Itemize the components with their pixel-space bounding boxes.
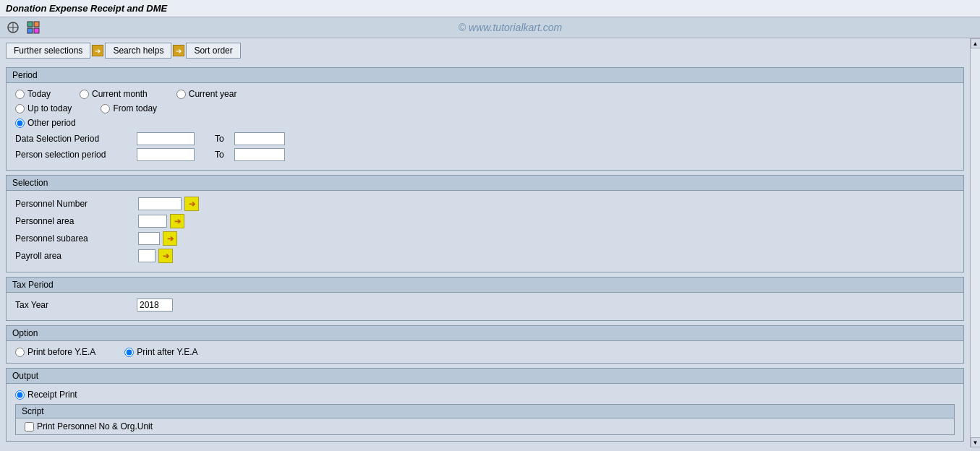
selection-body: Personnel Number ➔ Personnel area ➔ xyxy=(7,191,963,272)
period-radio-group-2: Up to today From today xyxy=(15,103,955,113)
radio-current-year: Current year xyxy=(176,89,237,99)
personnel-number-arrow-btn[interactable]: ➔ xyxy=(184,197,199,211)
radio-other-period: Other period xyxy=(15,118,76,128)
data-selection-to-label: To xyxy=(215,134,224,144)
radio-from-today: From today xyxy=(101,103,157,113)
personnel-area-arrow-icon: ➔ xyxy=(174,217,181,226)
script-header: Script xyxy=(16,405,954,418)
radio-current-year-label: Current year xyxy=(189,89,237,99)
radio-current-year-input[interactable] xyxy=(176,90,186,99)
personnel-number-row: Personnel Number ➔ xyxy=(15,197,955,211)
data-selection-period-from[interactable] xyxy=(137,132,195,145)
payroll-area-arrow-btn[interactable]: ➔ xyxy=(158,249,173,263)
tab-arrow-sort: ➔ xyxy=(173,45,184,56)
print-personnel-no-checkbox[interactable] xyxy=(25,422,34,431)
tax-year-row: Tax Year xyxy=(15,298,955,312)
tab-sort-order-label: Sort order xyxy=(194,46,232,56)
nav-icon[interactable] xyxy=(6,20,20,35)
payroll-area-row: Payroll area ➔ xyxy=(15,249,955,263)
personnel-area-arrow-btn[interactable]: ➔ xyxy=(170,214,184,228)
option-section: Option Print before Y.E.A Print after Y.… xyxy=(6,325,964,364)
selection-header: Selection xyxy=(7,176,963,191)
title-bar: Donation Expense Receipt and DME xyxy=(0,0,980,17)
person-selection-period-to[interactable] xyxy=(234,148,285,161)
scroll-up-btn[interactable]: ▲ xyxy=(971,38,981,48)
personnel-number-arrow-icon: ➔ xyxy=(189,199,195,209)
radio-other-period-input[interactable] xyxy=(15,119,25,128)
period-radio-group-3: Other period xyxy=(15,118,955,128)
option-radio-group: Print before Y.E.A Print after Y.E.A xyxy=(7,341,963,363)
tab-sort-order[interactable]: Sort order xyxy=(186,43,240,59)
selection-section: Selection Personnel Number ➔ Personnel a… xyxy=(6,175,964,272)
payroll-area-arrow-icon: ➔ xyxy=(163,252,169,261)
output-section: Output Receipt Print Script Print Person… xyxy=(6,368,964,442)
person-selection-period-row: Person selection period To xyxy=(15,148,955,161)
svg-rect-5 xyxy=(27,28,33,33)
personnel-subarea-label: Personnel subarea xyxy=(15,233,138,244)
personnel-area-label: Personnel area xyxy=(15,216,138,226)
radio-current-month-label: Current month xyxy=(92,89,148,99)
tab-further-selections-label: Further selections xyxy=(14,46,82,56)
data-selection-period-to[interactable] xyxy=(234,132,285,145)
personnel-subarea-row: Personnel subarea ➔ xyxy=(15,231,955,246)
payroll-area-input[interactable] xyxy=(138,249,155,262)
grid-icon[interactable] xyxy=(26,20,41,35)
period-radio-group: Today Current month Current year xyxy=(15,89,955,99)
tab-arrow-search: ➔ xyxy=(92,45,103,56)
radio-from-today-input[interactable] xyxy=(101,104,110,113)
radio-current-month-input[interactable] xyxy=(80,90,89,99)
radio-from-today-label: From today xyxy=(113,103,157,113)
page-layout: Further selections ➔ Search helps ➔ Sort… xyxy=(0,38,980,447)
personnel-number-label: Personnel Number xyxy=(15,199,138,209)
tab-further-selections[interactable]: Further selections xyxy=(6,43,90,59)
script-subsection: Script Print Personnel No & Org.Unit xyxy=(15,404,955,435)
content-area: Period Today Current month C xyxy=(0,63,970,446)
person-selection-period-label: Person selection period xyxy=(15,150,131,160)
tax-year-label: Tax Year xyxy=(15,300,131,310)
scrollbar: ▲ ▼ xyxy=(970,38,980,447)
tax-period-section: Tax Period Tax Year xyxy=(6,277,964,321)
tab-search-helps[interactable]: Search helps xyxy=(105,43,171,59)
personnel-area-input[interactable] xyxy=(138,215,167,228)
radio-print-before-yea-label: Print before Y.E.A xyxy=(27,347,95,357)
radio-print-after-yea-input[interactable] xyxy=(124,348,134,357)
tab-bar: Further selections ➔ Search helps ➔ Sort… xyxy=(0,38,970,63)
period-body: Today Current month Current year xyxy=(7,83,963,170)
radio-other-period-label: Other period xyxy=(27,118,76,128)
personnel-number-input[interactable] xyxy=(138,197,182,210)
scroll-track xyxy=(971,48,981,437)
tax-period-body: Tax Year xyxy=(7,293,963,320)
print-personnel-no-label: Print Personnel No & Org.Unit xyxy=(37,421,153,431)
radio-up-to-today: Up to today xyxy=(15,103,72,113)
scroll-down-btn[interactable]: ▼ xyxy=(971,437,981,447)
radio-print-before-yea-input[interactable] xyxy=(15,348,25,357)
svg-rect-4 xyxy=(34,22,39,27)
person-selection-to-label: To xyxy=(215,150,224,160)
data-selection-period-row: Data Selection Period To xyxy=(15,132,955,145)
radio-today-label: Today xyxy=(27,89,51,99)
radio-today-input[interactable] xyxy=(15,90,25,99)
personnel-subarea-input[interactable] xyxy=(138,232,160,245)
personnel-subarea-arrow-btn[interactable]: ➔ xyxy=(163,231,177,246)
svg-rect-6 xyxy=(34,28,39,33)
person-selection-period-from[interactable] xyxy=(137,148,195,161)
period-section: Period Today Current month C xyxy=(6,67,964,171)
tax-period-header: Tax Period xyxy=(7,278,963,293)
svg-rect-3 xyxy=(27,22,33,27)
radio-up-to-today-label: Up to today xyxy=(27,103,72,113)
tab-search-helps-label: Search helps xyxy=(113,46,163,56)
radio-print-before-yea: Print before Y.E.A xyxy=(15,347,95,357)
app-title: Donation Expense Receipt and DME xyxy=(6,3,167,14)
radio-receipt-print-label: Receipt Print xyxy=(27,390,77,400)
radio-receipt-print: Receipt Print xyxy=(15,390,955,400)
print-personnel-no-item: Print Personnel No & Org.Unit xyxy=(25,421,945,431)
tax-year-input[interactable] xyxy=(137,298,173,312)
watermark: © www.tutorialkart.com xyxy=(46,22,974,33)
payroll-area-label: Payroll area xyxy=(15,251,138,261)
radio-receipt-print-input[interactable] xyxy=(15,390,25,400)
radio-up-to-today-input[interactable] xyxy=(15,104,25,113)
toolbar: © www.tutorialkart.com xyxy=(0,17,980,38)
script-body: Print Personnel No & Org.Unit xyxy=(16,418,954,434)
radio-current-month: Current month xyxy=(80,89,148,99)
output-header: Output xyxy=(7,369,963,384)
